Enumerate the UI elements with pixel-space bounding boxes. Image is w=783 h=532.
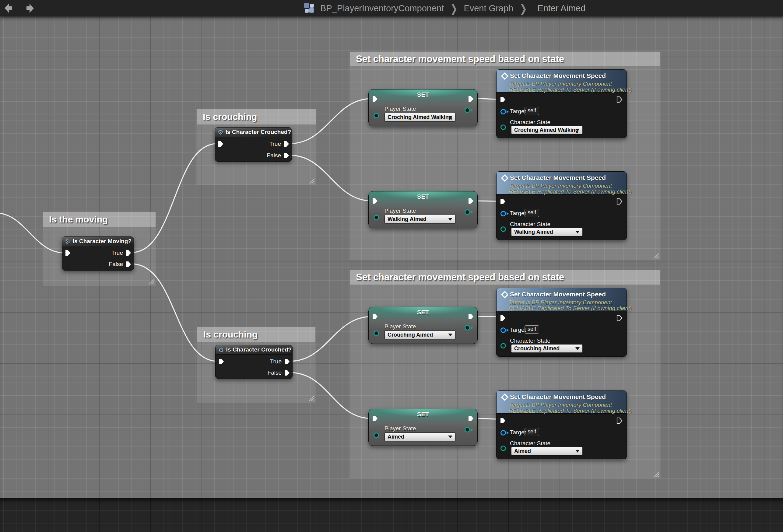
node-is-character-crouched-top[interactable]: ⚙ Is Character Crouched? True False <box>215 127 292 162</box>
pin-label: True <box>270 140 281 147</box>
variable-pin-label: Player State <box>384 425 416 432</box>
exec-input-pin[interactable] <box>372 96 378 102</box>
pin-label: False <box>109 261 123 268</box>
comment-title[interactable]: Set character movement speed based on st… <box>350 52 660 66</box>
graph-canvas-outer[interactable] <box>0 498 783 532</box>
player-state-dropdown[interactable]: Walking Aimed <box>384 215 456 223</box>
exec-output-pin-true[interactable]: True <box>270 140 290 147</box>
function-diamond-icon <box>501 72 508 80</box>
forward-button[interactable] <box>23 2 35 14</box>
node-set-character-movement-speed-4[interactable]: Set Character Movement Speed Target is B… <box>496 390 627 459</box>
dropdown-value: Aimed <box>387 434 404 440</box>
node-set-character-movement-speed-1[interactable]: Set Character Movement Speed Target is B… <box>496 69 627 138</box>
target-input-pin[interactable] <box>500 211 506 216</box>
value-output-pin[interactable] <box>465 107 470 113</box>
comment-title[interactable]: Is crouching <box>197 109 316 124</box>
breadcrumb-enter-aimed[interactable]: Enter Aimed <box>533 3 586 13</box>
value-input-pin[interactable] <box>374 331 379 336</box>
exec-output-pin[interactable] <box>468 313 474 320</box>
state-input-pin[interactable] <box>500 445 506 451</box>
comment-resize-handle[interactable] <box>308 177 315 184</box>
node-title: Set Character Movement Speed <box>510 174 606 181</box>
node-set-player-state-3[interactable]: SET Player State Crouching Aimed <box>368 307 478 344</box>
exec-output-pin[interactable] <box>468 96 474 102</box>
comment-resize-handle[interactable] <box>148 278 154 285</box>
exec-input-pin[interactable] <box>500 417 506 424</box>
player-state-dropdown[interactable]: Aimed <box>384 433 456 441</box>
state-input-pin[interactable] <box>500 343 506 348</box>
exec-input-pin[interactable] <box>372 197 378 204</box>
dropdown-value: Croching Aimed Walking <box>387 114 452 121</box>
comment-resize-handle[interactable] <box>652 252 659 259</box>
comment-title[interactable]: Set character movement speed based on st… <box>350 270 660 285</box>
target-input-pin[interactable] <box>500 430 506 436</box>
exec-input-pin[interactable] <box>500 315 506 321</box>
target-pin-label: Target <box>510 108 526 115</box>
exec-output-pin-true[interactable]: True <box>270 358 290 365</box>
state-input-pin[interactable] <box>500 124 506 130</box>
variable-pin-label: Player State <box>384 323 416 330</box>
value-output-pin[interactable] <box>465 427 470 433</box>
node-title: Is Character Crouched? <box>226 129 291 135</box>
dropdown-value: Aimed <box>514 448 531 455</box>
value-input-pin[interactable] <box>374 113 379 118</box>
dropdown-value: Walking Aimed <box>514 229 553 235</box>
node-is-character-moving[interactable]: ⚙ Is Character Moving? True False <box>62 237 134 271</box>
exec-input-pin[interactable] <box>500 96 506 103</box>
value-output-pin[interactable] <box>465 325 470 331</box>
value-output-pin[interactable] <box>465 209 470 215</box>
exec-input-pin[interactable] <box>372 415 378 422</box>
dropdown-caret-icon <box>448 116 452 119</box>
node-title: SET <box>369 193 477 200</box>
value-input-pin[interactable] <box>374 215 379 220</box>
exec-output-pin[interactable] <box>616 96 623 103</box>
character-state-dropdown[interactable]: Aimed <box>511 447 583 455</box>
dropdown-value: Crouching Aimed <box>514 345 560 352</box>
state-pin-label: Character State <box>510 221 551 228</box>
state-input-pin[interactable] <box>500 226 506 232</box>
exec-output-pin-false[interactable]: False <box>268 370 290 376</box>
comment-resize-handle[interactable] <box>308 395 314 401</box>
node-set-player-state-4[interactable]: SET Player State Aimed <box>368 409 478 446</box>
comment-title[interactable]: Is crouching <box>197 327 315 342</box>
dropdown-value: Croching Aimed Walking <box>514 127 579 133</box>
exec-output-pin-false[interactable]: False <box>267 152 290 159</box>
target-pin-arrow <box>507 110 509 113</box>
value-input-pin[interactable] <box>374 433 379 438</box>
target-pin-arrow <box>507 212 509 215</box>
node-set-player-state-2[interactable]: SET Player State Walking Aimed <box>368 191 478 228</box>
player-state-dropdown[interactable]: Crouching Aimed <box>384 331 456 339</box>
target-pin-arrow <box>507 431 509 434</box>
comment-resize-handle[interactable] <box>652 471 659 477</box>
exec-input-pin[interactable] <box>218 358 225 365</box>
player-state-dropdown[interactable]: Croching Aimed Walking <box>384 113 456 121</box>
breadcrumb-root[interactable]: BP_PlayerInventoryComponent <box>320 3 444 13</box>
back-button[interactable] <box>4 2 15 14</box>
exec-output-pin[interactable] <box>468 197 474 204</box>
dropdown-value: Crouching Aimed <box>387 332 433 338</box>
comment-title[interactable]: Is the moving <box>43 212 156 227</box>
exec-output-pin-true[interactable]: True <box>112 250 132 256</box>
character-state-dropdown[interactable]: Croching Aimed Walking <box>511 126 583 134</box>
exec-output-pin-false[interactable]: False <box>109 261 132 268</box>
node-subtitle: RELIABLE Replicated To Server (if owning… <box>509 408 632 414</box>
exec-input-pin[interactable] <box>65 250 71 256</box>
node-is-character-crouched-bottom[interactable]: ⚙ Is Character Crouched? True False <box>215 345 292 379</box>
exec-input-pin[interactable] <box>372 313 378 320</box>
exec-input-pin[interactable] <box>500 198 506 205</box>
exec-output-pin[interactable] <box>616 315 623 321</box>
node-set-character-movement-speed-2[interactable]: Set Character Movement Speed Target is B… <box>496 171 627 240</box>
node-title: SET <box>369 411 477 418</box>
target-input-pin[interactable] <box>500 327 506 333</box>
target-input-pin[interactable] <box>500 109 506 115</box>
exec-input-pin[interactable] <box>217 140 224 147</box>
exec-output-pin[interactable] <box>616 417 623 424</box>
node-set-player-state-1[interactable]: SET Player State Croching Aimed Walking <box>368 89 478 126</box>
character-state-dropdown[interactable]: Crouching Aimed <box>511 344 583 353</box>
exec-output-pin[interactable] <box>616 198 623 205</box>
target-self-value: self <box>525 428 539 436</box>
character-state-dropdown[interactable]: Walking Aimed <box>511 228 583 236</box>
node-set-character-movement-speed-3[interactable]: Set Character Movement Speed Target is B… <box>496 288 627 357</box>
exec-output-pin[interactable] <box>468 415 474 422</box>
breadcrumb-event-graph[interactable]: Event Graph <box>464 3 513 13</box>
